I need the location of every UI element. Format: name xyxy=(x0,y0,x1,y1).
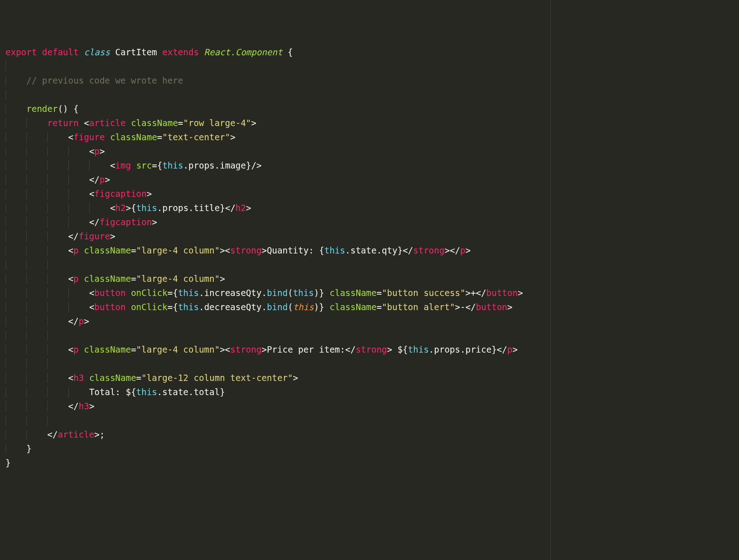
code-line: ▏ ▏ ▏ ▏ <figcaption> xyxy=(5,189,152,199)
code-line: ▏ ▏ </article>; xyxy=(5,429,105,439)
code-line: ▏ ▏ ▏ ▏ <button onClick={this.increaseQt… xyxy=(5,288,523,298)
code-line: ▏ // previous code we wrote here xyxy=(5,75,183,85)
code-line: } xyxy=(5,458,11,468)
code-line: ▏ ▏ ▏ <p className="large-4 column"><str… xyxy=(5,344,517,354)
code-line: ▏ ▏ ▏ ▏ </p> xyxy=(5,174,110,185)
code-line: ▏ ▏ ▏ <p className="large-4 column"><str… xyxy=(5,245,470,255)
code-line: ▏ ▏ ▏ xyxy=(5,330,53,340)
code-line: ▏ ▏ ▏ xyxy=(5,259,53,269)
code-line: ▏ ▏ ▏ <p className="large-4 column"> xyxy=(5,274,225,284)
code-line: ▏ ▏ ▏ ▏ ▏ <h2>{this.props.title}</h2> xyxy=(5,203,251,213)
code-line: ▏ ▏ ▏ ▏ Total: ${this.state.total} xyxy=(5,387,225,397)
code-line: ▏ ▏ ▏ </figure> xyxy=(5,231,115,241)
code-line: ▏ ▏ ▏ </h3> xyxy=(5,401,95,411)
code-line: ▏ xyxy=(5,90,11,100)
code-line: ▏ xyxy=(5,61,11,71)
code-line: ▏ ▏ return <article className="row large… xyxy=(5,118,256,128)
code-line: ▏ ▏ ▏ ▏ <p> xyxy=(5,146,105,156)
code-line: ▏ ▏ ▏ ▏ ▏ <img src={this.props.image}/> xyxy=(5,160,262,170)
code-line: ▏ ▏ ▏ <figure className="text-center"> xyxy=(5,132,235,142)
code-line: ▏ } xyxy=(5,444,32,454)
code-line: ▏ ▏ ▏ ▏ <button onClick={this.decreaseQt… xyxy=(5,302,512,312)
code-line: ▏ ▏ ▏ xyxy=(5,415,53,425)
code-line: ▏ ▏ ▏ </p> xyxy=(5,316,89,326)
code-line: ▏ ▏ ▏ xyxy=(5,359,53,369)
code-line: ▏ ▏ ▏ <h3 className="large-12 column tex… xyxy=(5,373,298,383)
code-line: ▏ ▏ ▏ ▏ </figcaption> xyxy=(5,217,157,227)
code-block[interactable]: export default class CartItem extends Re… xyxy=(5,45,739,470)
code-line: export default class CartItem extends Re… xyxy=(5,47,293,57)
code-line: ▏ render() { xyxy=(5,104,79,114)
